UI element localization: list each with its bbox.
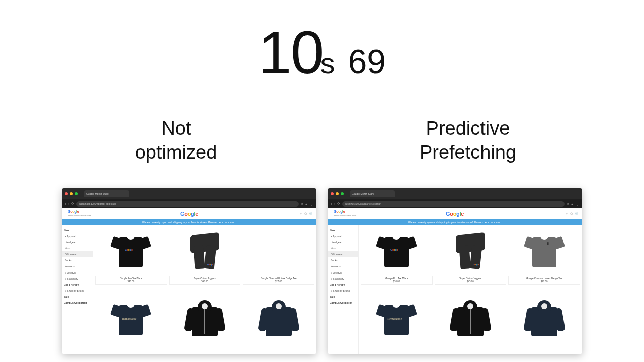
product-name: Google Eco Tee Black (385, 277, 408, 280)
product-name: Super Cotton Joggers (459, 277, 481, 280)
product-card[interactable] (243, 298, 314, 352)
product-price: $30.00 (393, 280, 400, 283)
sidebar-item[interactable]: + Apparel (328, 233, 358, 239)
sidebar-item-selected[interactable]: Officewear (62, 251, 93, 257)
comparison-labels: Not optimized Predictive Prefetching (0, 117, 644, 164)
sidebar-item[interactable]: Sale (62, 294, 93, 300)
product-card[interactable]: Google Super Cotton Joggers$45.00 (435, 227, 507, 296)
close-icon[interactable] (65, 192, 68, 195)
sidebar-item[interactable]: + Stationery (62, 276, 93, 282)
avatar-icon[interactable]: ● (305, 202, 307, 206)
sidebar-item[interactable]: Kids (62, 245, 93, 251)
address-input[interactable]: localhost:3000/apparel-selection (342, 201, 564, 207)
sidebar-item[interactable]: Sale (328, 294, 358, 300)
menu-icon[interactable]: ⋮ (575, 202, 579, 206)
comparison-row: Google Merch Store ‹ › ⟳ localhost:3000/… (0, 188, 644, 354)
sidebar-item[interactable]: + Lifestyle (62, 269, 93, 276)
tee-icon: Google (377, 233, 416, 269)
pants-icon: Google (187, 232, 222, 271)
forward-icon[interactable]: › (68, 202, 70, 206)
window-titlebar: Google Merch Store (62, 188, 316, 199)
category-sidebar: New + Apparel Headgear Kids Officewear S… (62, 225, 93, 354)
product-price: $27.00 (275, 280, 282, 283)
cart-icon[interactable]: 🛒 (309, 212, 312, 215)
product-name: Google Charcoal Unisex Badge Tee (261, 277, 296, 280)
sidebar-item[interactable]: Eco-Friendly (328, 282, 358, 288)
window-titlebar: Google Merch Store (328, 188, 582, 199)
product-grid: Google Google Eco Tee Black$30.00 Google… (359, 225, 582, 354)
product-card[interactable]: Google Google Eco Tee Black$30.00 (361, 227, 433, 296)
sidebar-item[interactable]: + Lifestyle (328, 269, 358, 276)
sidebar-item[interactable]: Headgear (62, 239, 93, 245)
sidebar-item[interactable]: + Stationery (328, 276, 358, 282)
sidebar-item[interactable]: Socks (62, 257, 93, 263)
reload-icon[interactable]: ⟳ (71, 202, 74, 206)
timer-display: 10s69 (0, 18, 644, 87)
search-icon[interactable]: ⌕ (300, 212, 302, 215)
back-icon[interactable]: ‹ (331, 202, 332, 206)
hoodie-icon (524, 300, 565, 338)
product-price: $45.00 (467, 280, 474, 283)
sidebar-item[interactable]: Kids (328, 245, 358, 251)
promo-banner: We are currently open and shipping to yo… (328, 219, 582, 225)
product-card[interactable]: Remarkable (361, 298, 433, 352)
extension-icon[interactable]: ◈ (567, 202, 569, 206)
store-brand-small: Google official merchandise store (334, 210, 356, 217)
minimize-icon[interactable] (70, 192, 73, 195)
product-card[interactable]: Google Super Cotton Joggers$45.00 (169, 227, 241, 296)
browser-tab[interactable]: Google Merch Store (84, 190, 129, 197)
sidebar-heading: New (62, 227, 93, 233)
account-icon[interactable]: ⚇ (304, 212, 307, 215)
product-card[interactable] (169, 298, 241, 352)
product-card[interactable]: Google Google Eco Tee Black$30.00 (95, 227, 167, 296)
product-card[interactable]: Google Charcoal Unisex Badge Tee$27.00 (243, 227, 314, 296)
sidebar-item[interactable]: Campus Collection (62, 300, 93, 306)
sidebar-item[interactable]: + Shop By Brand (328, 288, 358, 294)
maximize-icon[interactable] (341, 192, 344, 195)
account-icon[interactable]: ⚇ (570, 212, 573, 215)
sidebar-item[interactable]: Womens (62, 263, 93, 269)
sidebar-item-selected[interactable]: Officewear (328, 251, 358, 257)
sidebar-item[interactable]: + Shop By Brand (62, 288, 93, 294)
extension-icon[interactable]: ◈ (301, 202, 303, 206)
search-icon[interactable]: ⌕ (566, 212, 568, 215)
product-card[interactable] (508, 298, 580, 352)
hoodie-icon (259, 300, 299, 338)
product-card[interactable]: Remarkable (95, 298, 167, 352)
product-name: Super Cotton Joggers (194, 277, 216, 280)
maximize-icon[interactable] (75, 192, 78, 195)
loading-placeholder (243, 227, 314, 276)
product-price: $27.00 (541, 280, 548, 283)
sidebar-item[interactable]: Womens (328, 263, 358, 269)
timer-unit: s (320, 47, 334, 79)
hoodie-icon (185, 300, 225, 338)
address-input[interactable]: localhost:3000/apparel-selection (76, 201, 298, 207)
cart-icon[interactable]: 🛒 (575, 212, 578, 215)
sidebar-item[interactable]: Eco-Friendly (62, 282, 93, 288)
reload-icon[interactable]: ⟳ (337, 202, 340, 206)
sidebar-item[interactable]: + Apparel (62, 233, 93, 239)
store-header: Google official merchandise store Google… (62, 208, 316, 219)
forward-icon[interactable]: › (334, 202, 336, 206)
category-sidebar: New + Apparel Headgear Kids Officewear S… (328, 225, 359, 354)
timer-fraction: 69 (348, 42, 386, 80)
product-card[interactable]: █ Google Charcoal Unisex Badge Tee$27.00 (508, 227, 580, 296)
tee-icon: Remarkable (112, 301, 150, 337)
menu-icon[interactable]: ⋮ (309, 202, 313, 206)
hoodie-icon (450, 300, 491, 338)
avatar-icon[interactable]: ● (571, 202, 573, 206)
store-page: Google official merchandise store Google… (62, 208, 316, 354)
sidebar-item[interactable]: Campus Collection (328, 300, 358, 306)
browser-left: Google Merch Store ‹ › ⟳ localhost:3000/… (62, 188, 316, 354)
browser-urlbar: ‹ › ⟳ localhost:3000/apparel-selection ◈… (62, 199, 316, 208)
minimize-icon[interactable] (336, 192, 339, 195)
back-icon[interactable]: ‹ (65, 202, 66, 206)
product-card[interactable] (435, 298, 507, 352)
sidebar-item[interactable]: Headgear (328, 239, 358, 245)
sidebar-heading: New (328, 227, 358, 233)
browser-tab[interactable]: Google Merch Store (350, 190, 395, 197)
store-logo: Google (446, 211, 464, 217)
store-logo: Google (180, 211, 198, 217)
sidebar-item[interactable]: Socks (328, 257, 358, 263)
close-icon[interactable] (331, 192, 334, 195)
